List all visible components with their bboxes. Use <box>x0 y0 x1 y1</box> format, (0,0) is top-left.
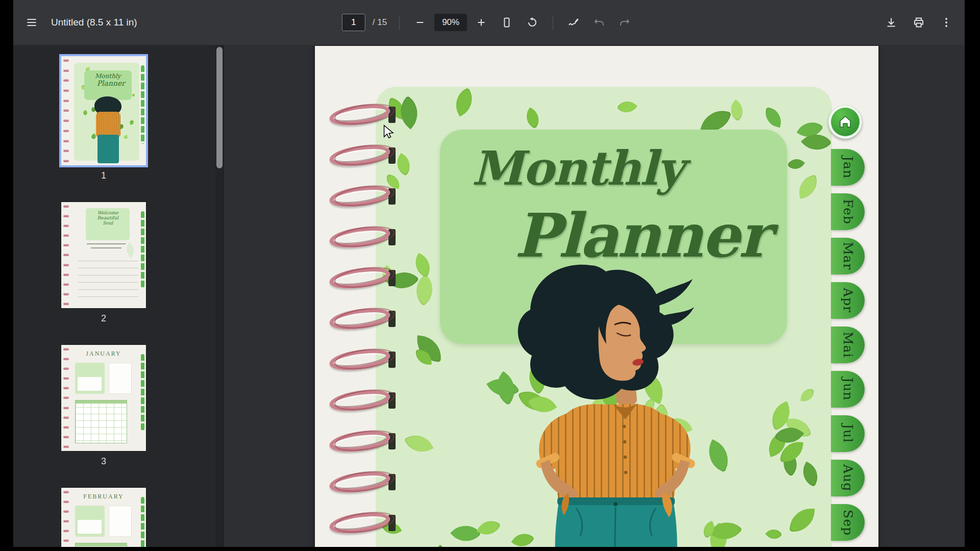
spiral-binding <box>315 46 407 547</box>
thumb-notes-box <box>75 363 105 393</box>
download-button[interactable] <box>880 11 902 34</box>
leaf <box>800 388 814 402</box>
hamburger-icon <box>26 16 38 29</box>
page-thumbnail-3[interactable]: JANUARY <box>61 345 146 451</box>
leaf <box>765 525 782 543</box>
page-thumbnail-4[interactable]: FEBRUARY <box>61 488 146 547</box>
leaf <box>124 135 128 139</box>
leaf <box>404 429 433 458</box>
leaf <box>796 174 820 199</box>
redo-button[interactable] <box>614 11 636 34</box>
thumb-caption-bar <box>91 247 121 248</box>
rotate-icon <box>526 16 538 29</box>
sidebar-scrollbar-thumb[interactable] <box>216 47 223 168</box>
menu-button[interactable] <box>20 11 43 34</box>
spiral-coil <box>329 268 394 288</box>
redo-icon <box>619 16 631 29</box>
spiral-coil <box>329 432 394 451</box>
page-number-label-3: 3 <box>101 456 106 467</box>
month-tab-mar[interactable]: Mar <box>831 238 865 274</box>
leaf <box>763 107 783 128</box>
thumb-welcome-line3: Soul <box>86 220 130 226</box>
draw-ink-icon <box>568 16 580 29</box>
thumb-photo-box <box>109 506 132 536</box>
thumb-spiral-binding <box>63 59 69 162</box>
woman-illustration <box>483 256 698 547</box>
plus-icon <box>476 17 487 28</box>
month-tab-jun[interactable]: Jun <box>831 371 865 408</box>
month-tab-label: Mar <box>841 242 855 270</box>
leaf <box>129 120 134 126</box>
more-vert-icon <box>940 16 952 29</box>
sidebar-scrollbar[interactable] <box>215 45 224 547</box>
thumbnail-item-2: Welcome Beautiful Soul 2 <box>61 202 146 324</box>
zoom-in-button[interactable] <box>470 11 493 34</box>
more-options-button[interactable] <box>935 11 958 34</box>
zoom-out-button[interactable] <box>409 11 431 34</box>
download-icon <box>885 16 897 29</box>
thumbnail-sidebar: Monthly Planner 1 <box>13 45 224 547</box>
toolbar: Untitled (8.5 x 11 in) / 15 90% <box>13 0 965 45</box>
month-tab-label: Aug <box>841 464 855 491</box>
rotate-button[interactable] <box>521 11 544 34</box>
month-tab-apr[interactable]: Apr <box>831 282 865 319</box>
pdf-viewer-app: Untitled (8.5 x 11 in) / 15 90% <box>13 0 965 547</box>
thumb-month-tabs-strip <box>141 354 144 431</box>
thumb-photo-box <box>109 363 132 393</box>
thumb-cover-title-line2: Planner <box>90 80 132 87</box>
toolbar-divider <box>399 15 400 30</box>
thumb-month-title: JANUARY <box>61 350 146 358</box>
month-tab-aug[interactable]: Aug <box>831 460 865 496</box>
thumb-ruled-lines <box>78 254 138 301</box>
month-tab-label: Jun <box>841 378 855 400</box>
page-number-label-2: 2 <box>101 313 106 324</box>
thumb-spiral-binding <box>63 348 69 448</box>
cover-title-line1: Monthly <box>472 141 683 196</box>
document-viewer[interactable]: Monthly Planner <box>224 45 965 547</box>
page-thumbnail-1[interactable]: Monthly Planner <box>61 56 146 165</box>
month-tab-label: Mai <box>841 332 855 358</box>
document-title: Untitled (8.5 x 11 in) <box>51 17 137 28</box>
month-tab-label: Apr <box>841 288 855 313</box>
leaf <box>132 94 134 96</box>
page-thumbnail-2[interactable]: Welcome Beautiful Soul <box>61 202 146 308</box>
print-icon <box>913 16 925 29</box>
annotate-button[interactable] <box>562 11 585 34</box>
leaf <box>787 155 805 173</box>
leaf <box>432 545 451 547</box>
mouse-cursor <box>380 123 396 139</box>
planner-cover-page: Monthly Planner <box>315 46 878 547</box>
minus-icon <box>414 17 426 28</box>
spiral-coil <box>329 228 394 247</box>
thumbnail-item-1: Monthly Planner 1 <box>61 56 146 182</box>
thumb-cover-title-box: Monthly Planner <box>84 70 132 100</box>
thumb-february-mini: FEBRUARY <box>61 488 146 547</box>
thumb-month-tabs-strip <box>141 497 144 547</box>
spiral-coil <box>329 146 394 165</box>
month-tab-feb[interactable]: Feb <box>831 193 865 230</box>
home-button[interactable] <box>828 105 862 139</box>
month-tab-label: Feb <box>841 199 855 224</box>
thumb-calendar-grid <box>75 543 128 547</box>
thumb-welcome-line1: Welcome <box>86 210 130 215</box>
fit-page-button[interactable] <box>496 11 518 34</box>
zoom-level-field[interactable]: 90% <box>434 14 467 31</box>
month-tab-sep[interactable]: Sep <box>831 504 865 541</box>
thumb-welcome-line2: Beautiful <box>86 215 130 220</box>
spiral-coil <box>329 105 394 124</box>
month-tab-jan[interactable]: Jan <box>831 149 865 186</box>
leaf <box>450 518 481 547</box>
leaf <box>410 253 435 278</box>
thumb-month-title: FEBRUARY <box>61 493 146 500</box>
month-tab-mai[interactable]: Mai <box>831 327 865 363</box>
page-number-input[interactable] <box>342 14 365 31</box>
fit-page-icon <box>501 16 513 29</box>
undo-button[interactable] <box>588 11 610 34</box>
print-button[interactable] <box>908 11 930 34</box>
thumb-welcome-mini: Welcome Beautiful Soul <box>61 202 146 308</box>
month-tab-jul[interactable]: Jul <box>831 415 865 452</box>
thumbnail-item-4: FEBRUARY 4 <box>61 488 146 547</box>
leaf <box>797 461 823 487</box>
leaf <box>449 87 478 116</box>
month-tab-label: Jul <box>841 424 855 443</box>
